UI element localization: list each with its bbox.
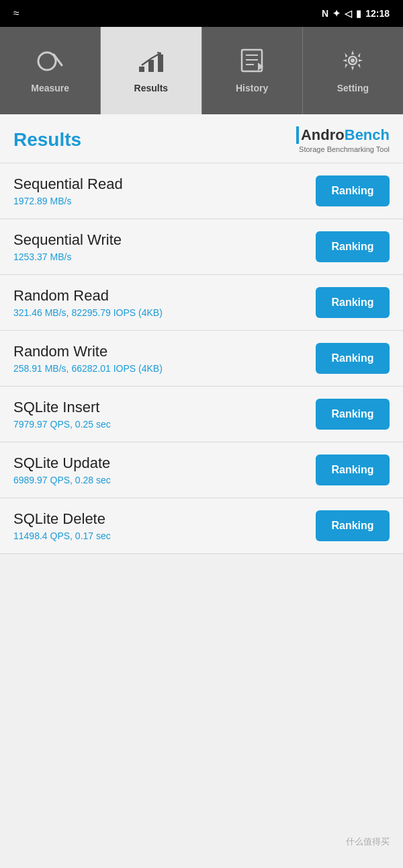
nav-tabs: Measure Results History bbox=[0, 27, 403, 114]
brand-name: AndroBench bbox=[296, 126, 390, 144]
watermark: 什么值得买 bbox=[346, 836, 390, 848]
brand-andro: Andro bbox=[301, 126, 345, 143]
tab-history[interactable]: History bbox=[202, 27, 303, 114]
brand-bar bbox=[296, 126, 299, 144]
result-item-sqlite-update: SQLite Update 6989.97 QPS, 0.28 sec Rank… bbox=[0, 442, 403, 498]
status-left: ≈ bbox=[13, 7, 19, 19]
result-name-0: Sequential Read bbox=[13, 175, 316, 193]
status-right: N ✦ ◁ ▮ 12:18 bbox=[322, 8, 390, 19]
result-item-sequential-read: Sequential Read 1972.89 MB/s Ranking bbox=[0, 163, 403, 219]
tab-results-label: Results bbox=[134, 83, 169, 93]
ranking-btn-1[interactable]: Ranking bbox=[316, 231, 390, 262]
results-icon bbox=[137, 48, 165, 77]
svg-rect-3 bbox=[148, 60, 154, 72]
result-value-3: 258.91 MB/s, 66282.01 IOPS (4KB) bbox=[13, 363, 316, 374]
result-value-5: 6989.97 QPS, 0.28 sec bbox=[13, 475, 316, 485]
ranking-btn-0[interactable]: Ranking bbox=[316, 175, 390, 206]
result-name-6: SQLite Delete bbox=[13, 510, 316, 528]
result-value-4: 7979.97 QPS, 0.25 sec bbox=[13, 419, 316, 430]
result-info-sqlite-update: SQLite Update 6989.97 QPS, 0.28 sec bbox=[13, 455, 316, 485]
ranking-btn-4[interactable]: Ranking bbox=[316, 399, 390, 430]
svg-rect-2 bbox=[139, 67, 144, 72]
result-list: Sequential Read 1972.89 MB/s Ranking Seq… bbox=[0, 163, 403, 554]
signal-icon: ◁ bbox=[345, 8, 352, 19]
tab-results[interactable]: Results bbox=[101, 27, 202, 114]
result-item-sqlite-insert: SQLite Insert 7979.97 QPS, 0.25 sec Rank… bbox=[0, 387, 403, 442]
battery-icon: ▮ bbox=[356, 8, 361, 19]
brand-bench: Bench bbox=[345, 126, 390, 143]
result-info-random-write: Random Write 258.91 MB/s, 66282.01 IOPS … bbox=[13, 343, 316, 374]
result-value-2: 321.46 MB/s, 82295.79 IOPS (4KB) bbox=[13, 307, 316, 318]
time-display: 12:18 bbox=[365, 8, 390, 19]
result-info-sequential-write: Sequential Write 1253.37 MB/s bbox=[13, 231, 316, 262]
tab-setting[interactable]: Setting bbox=[303, 27, 403, 114]
svg-rect-4 bbox=[158, 54, 163, 72]
result-info-sqlite-delete: SQLite Delete 11498.4 QPS, 0.17 sec bbox=[13, 510, 316, 541]
result-info-sequential-read: Sequential Read 1972.89 MB/s bbox=[13, 175, 316, 206]
page-title: Results bbox=[13, 129, 81, 151]
svg-point-11 bbox=[351, 58, 355, 63]
bottom-area bbox=[0, 554, 403, 688]
tab-measure-label: Measure bbox=[31, 83, 69, 93]
result-value-1: 1253.37 MB/s bbox=[13, 251, 316, 262]
nfc-icon: N bbox=[322, 8, 328, 19]
measure-icon bbox=[36, 48, 64, 77]
history-icon bbox=[238, 48, 266, 77]
result-item-sequential-write: Sequential Write 1253.37 MB/s Ranking bbox=[0, 219, 403, 275]
result-name-3: Random Write bbox=[13, 343, 316, 360]
ranking-btn-3[interactable]: Ranking bbox=[316, 343, 390, 374]
result-name-2: Random Read bbox=[13, 287, 316, 305]
bluetooth-icon: ✦ bbox=[332, 8, 341, 19]
result-value-6: 11498.4 QPS, 0.17 sec bbox=[13, 530, 316, 541]
result-name-5: SQLite Update bbox=[13, 455, 316, 472]
result-item-random-read: Random Read 321.46 MB/s, 82295.79 IOPS (… bbox=[0, 275, 403, 331]
result-value-0: 1972.89 MB/s bbox=[13, 196, 316, 206]
ranking-btn-2[interactable]: Ranking bbox=[316, 287, 390, 318]
brand-logo: AndroBench Storage Benchmarking Tool bbox=[296, 126, 390, 153]
setting-icon bbox=[339, 48, 367, 77]
result-info-random-read: Random Read 321.46 MB/s, 82295.79 IOPS (… bbox=[13, 287, 316, 318]
tab-history-label: History bbox=[236, 83, 268, 93]
result-name-4: SQLite Insert bbox=[13, 399, 316, 416]
results-header: Results AndroBench Storage Benchmarking … bbox=[0, 114, 403, 163]
brand-subtitle: Storage Benchmarking Tool bbox=[299, 145, 390, 153]
tab-measure[interactable]: Measure bbox=[0, 27, 101, 114]
wifi-icon: ≈ bbox=[13, 7, 19, 19]
result-item-sqlite-delete: SQLite Delete 11498.4 QPS, 0.17 sec Rank… bbox=[0, 498, 403, 554]
ranking-btn-6[interactable]: Ranking bbox=[316, 510, 390, 541]
result-item-random-write: Random Write 258.91 MB/s, 66282.01 IOPS … bbox=[0, 331, 403, 387]
status-bar: ≈ N ✦ ◁ ▮ 12:18 bbox=[0, 0, 403, 27]
result-name-1: Sequential Write bbox=[13, 231, 316, 249]
ranking-btn-5[interactable]: Ranking bbox=[316, 455, 390, 485]
tab-setting-label: Setting bbox=[337, 83, 369, 93]
result-info-sqlite-insert: SQLite Insert 7979.97 QPS, 0.25 sec bbox=[13, 399, 316, 430]
